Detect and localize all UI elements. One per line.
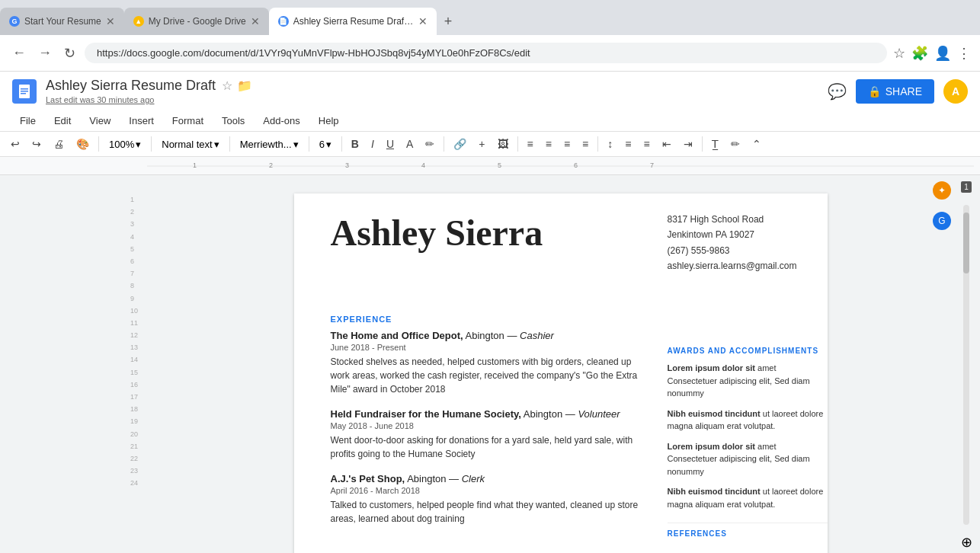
add-page-icon[interactable]: ⊕ bbox=[961, 534, 972, 551]
highlight-button[interactable]: ✏ bbox=[421, 135, 439, 153]
user-avatar[interactable]: A bbox=[943, 79, 968, 104]
docs-last-edit: Last edit was 30 minutes ago bbox=[46, 95, 818, 104]
nav-bar: ← → ↻ ☆ 🧩 👤 ⋮ bbox=[0, 35, 980, 72]
zoom-dropdown[interactable]: 100% ▾ bbox=[104, 136, 146, 153]
tab-close-2[interactable]: ✕ bbox=[251, 15, 260, 27]
scrollbar-thumb[interactable] bbox=[963, 213, 969, 273]
indent-dec-button[interactable]: ⇤ bbox=[658, 135, 676, 153]
align-right-button[interactable]: ≡ bbox=[559, 135, 575, 153]
bold-button[interactable]: B bbox=[347, 135, 363, 153]
new-tab-button[interactable]: + bbox=[437, 8, 460, 35]
tab-close-1[interactable]: ✕ bbox=[106, 15, 115, 27]
align-justify-button[interactable]: ≡ bbox=[578, 135, 593, 153]
docs-title-area: Ashley Sierra Resume Draft ☆ 📁 Last edit… bbox=[46, 78, 818, 104]
line-numbers: 123456 789101112 131415161718 1920212223… bbox=[130, 193, 138, 490]
expand-button[interactable]: ⌃ bbox=[748, 135, 766, 153]
docs-app: Ashley Sierra Resume Draft ☆ 📁 Last edit… bbox=[0, 72, 980, 553]
fontsize-dropdown[interactable]: 6 ▾ bbox=[314, 136, 337, 153]
reload-button[interactable]: ↻ bbox=[61, 42, 78, 65]
smart-chip-icon[interactable]: ✦ bbox=[933, 181, 951, 200]
folder-icon[interactable]: 📁 bbox=[237, 78, 252, 93]
style-value: Normal text bbox=[162, 139, 212, 150]
style-dropdown[interactable]: Normal text ▾ bbox=[156, 136, 224, 153]
undo-button[interactable]: ↩ bbox=[6, 135, 24, 153]
svg-text:7: 7 bbox=[650, 161, 654, 169]
comments-icon[interactable]: 💬 bbox=[828, 82, 847, 101]
tab-title-1: Start Your Resume bbox=[24, 16, 101, 27]
bulletlist-button[interactable]: ≡ bbox=[639, 135, 654, 153]
underline-button[interactable]: U bbox=[382, 135, 399, 153]
tab-close-3[interactable]: ✕ bbox=[418, 15, 428, 27]
docs-header-right: 💬 🔒 SHARE A bbox=[828, 79, 968, 104]
ruler: 1 2 3 4 5 6 7 bbox=[0, 157, 980, 175]
bookmark-icon[interactable]: ☆ bbox=[893, 45, 905, 62]
toolbar-sep-7 bbox=[517, 136, 518, 152]
fontsize-chevron: ▾ bbox=[326, 139, 331, 150]
contact-city: Jenkintown PA 19027 bbox=[667, 227, 796, 242]
references-label: REFERENCES bbox=[668, 529, 828, 538]
awards-section: AWARDS AND ACCOMPLISHMENTS Lorem ipsum d… bbox=[668, 346, 828, 538]
menu-tools[interactable]: Tools bbox=[214, 112, 252, 129]
italic-button[interactable]: I bbox=[367, 135, 379, 153]
paint-format-button[interactable]: 🎨 bbox=[72, 135, 94, 153]
doc-page: Ashley Sierra 8317 High School Road Jenk… bbox=[294, 193, 828, 553]
menu-addons[interactable]: Add-ons bbox=[255, 112, 307, 129]
menu-file[interactable]: File bbox=[12, 112, 43, 129]
svg-rect-1 bbox=[21, 88, 28, 90]
ruler-inner: 1 2 3 4 5 6 7 bbox=[147, 157, 974, 174]
award-1: Lorem ipsum dolor sit amet Consectetuer … bbox=[668, 362, 828, 400]
docs-app-icon bbox=[12, 79, 37, 104]
toolbar: ↩ ↪ 🖨 🎨 100% ▾ Normal text ▾ Merriewth..… bbox=[0, 132, 980, 157]
svg-rect-2 bbox=[21, 91, 28, 92]
align-left-button[interactable]: ≡ bbox=[523, 135, 538, 153]
tab-title-3: Ashley Sierra Resume Draft - C bbox=[293, 16, 414, 27]
numberedlist-button[interactable]: ≡ bbox=[620, 135, 636, 153]
redo-button[interactable]: ↪ bbox=[27, 135, 46, 153]
image-button[interactable]: 🖼 bbox=[493, 135, 513, 153]
star-icon[interactable]: ☆ bbox=[222, 78, 232, 93]
print-button[interactable]: 🖨 bbox=[49, 135, 69, 153]
tab-resume-draft[interactable]: 📄 Ashley Sierra Resume Draft - C ✕ bbox=[269, 8, 437, 35]
menu-view[interactable]: View bbox=[82, 112, 118, 129]
profile-icon[interactable]: 👤 bbox=[934, 45, 951, 62]
svg-text:4: 4 bbox=[421, 161, 425, 169]
svg-text:6: 6 bbox=[574, 161, 578, 169]
tab-start-resume[interactable]: G Start Your Resume ✕ bbox=[0, 8, 124, 35]
job-2-role: Volunteer bbox=[578, 408, 620, 420]
share-button[interactable]: 🔒 SHARE bbox=[856, 79, 934, 104]
linespacing-button[interactable]: ↕ bbox=[603, 135, 617, 153]
svg-rect-3 bbox=[21, 93, 26, 94]
link-button[interactable]: 🔗 bbox=[449, 135, 471, 153]
edit-mode-button[interactable]: ✏ bbox=[726, 135, 745, 153]
address-bar[interactable] bbox=[85, 43, 887, 63]
job-2-company: Held Fundraiser for the Humane Society, bbox=[331, 408, 521, 420]
comment-button[interactable]: + bbox=[474, 135, 489, 153]
extensions-icon[interactable]: 🧩 bbox=[911, 45, 928, 62]
font-value: Merriewth... bbox=[240, 139, 292, 150]
scrollbar-track[interactable] bbox=[963, 205, 969, 525]
toolbar-sep-4 bbox=[309, 136, 309, 152]
menu-edit[interactable]: Edit bbox=[46, 112, 78, 129]
grammarly-icon[interactable]: G bbox=[933, 212, 951, 230]
forward-button[interactable]: → bbox=[35, 42, 55, 64]
settings-icon[interactable]: ⋮ bbox=[957, 45, 971, 62]
clear-format-button[interactable]: T̲ bbox=[707, 135, 723, 153]
menu-insert[interactable]: Insert bbox=[121, 112, 162, 129]
job-3-location: Abington — bbox=[407, 473, 462, 484]
menu-format[interactable]: Format bbox=[165, 112, 211, 129]
menu-help[interactable]: Help bbox=[311, 112, 347, 129]
toolbar-sep-1 bbox=[98, 136, 99, 152]
align-center-button[interactable]: ≡ bbox=[541, 135, 556, 153]
back-button[interactable]: ← bbox=[9, 42, 29, 64]
text-color-button[interactable]: A bbox=[402, 135, 418, 153]
award-1-bold1: Lorem ipsum dolor bbox=[668, 363, 744, 372]
contact-phone: (267) 555-9863 bbox=[667, 243, 796, 258]
nav-icons: ☆ 🧩 👤 ⋮ bbox=[893, 45, 971, 62]
job-3-desc: Talked to customers, helped people find … bbox=[331, 498, 651, 526]
font-dropdown[interactable]: Merriewth... ▾ bbox=[235, 136, 304, 153]
indent-inc-button[interactable]: ⇥ bbox=[679, 135, 697, 153]
award-4: Nibh euismod tincidunt ut laoreet dolore… bbox=[668, 485, 828, 510]
toolbar-sep-5 bbox=[341, 136, 342, 152]
tab-my-drive[interactable]: ▲ My Drive - Google Drive ✕ bbox=[124, 8, 269, 35]
award-1-bold2: sit bbox=[745, 363, 755, 372]
